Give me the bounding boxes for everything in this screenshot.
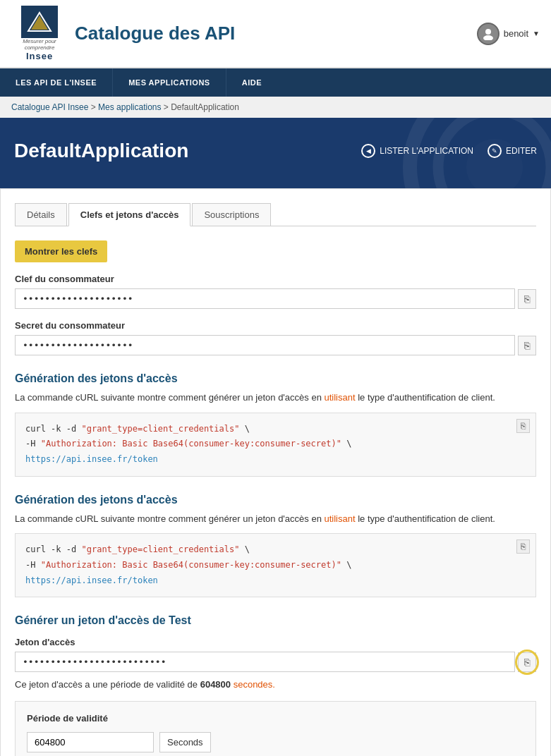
logo-tagline: Mesurer pour comprendre [11,38,68,51]
edit-btn-label: EDITER [506,146,537,156]
code-line-2-1: curl -k -d "grant_type=client_credential… [25,542,507,558]
consumer-secret-field: Secret du consommateur ⎘ [15,320,536,355]
list-icon: ◀ [361,144,375,158]
tab-details[interactable]: Détails [15,203,67,226]
tab-souscriptions[interactable]: Souscriptions [192,203,271,226]
user-dropdown-icon: ▼ [533,30,540,37]
consumer-key-field: Clef du consommateur ⎘ [15,274,536,309]
show-keys-button[interactable]: Montrer les clefs [15,240,107,262]
gen-desc-generer-2: générer [209,513,241,524]
generation-section-1: Génération des jetons d'accès La command… [15,372,536,477]
gen-title-2: Génération des jetons d'accès [15,494,536,506]
token-section-title: Générer un jeton d'accès de Test [15,614,536,627]
code-block-2: ⎘ curl -k -d "grant_type=client_credenti… [15,533,536,597]
validity-text: Ce jeton d'accès a une période de validi… [15,679,536,690]
main-content: Détails Clefs et jetons d'accès Souscrip… [0,188,551,756]
code-copy-btn-1[interactable]: ⎘ [516,419,530,433]
user-menu[interactable]: benoit ▼ [477,23,540,45]
edit-icon: ✎ [488,144,502,158]
gen-desc-link-1[interactable]: utilisant [324,392,355,403]
logo-name: Insee [26,51,53,61]
validity-pre: Ce jeton d'accès a une période de validi… [15,679,200,690]
nav-item-aide[interactable]: AIDE [226,68,277,97]
tabs-container: Détails Clefs et jetons d'accès Souscrip… [15,203,536,226]
code-line-1-3: https://api.insee.fr/token [25,452,507,468]
nav-item-les-api[interactable]: LES API DE L'INSEE [0,68,113,97]
code-line-2-2: -H "Authorization: Basic Base64(consumer… [25,558,507,573]
validity-value: 604800 [200,679,231,690]
code-line-2-3: https://api.insee.fr/token [25,573,507,589]
consumer-secret-copy-btn[interactable]: ⎘ [518,336,536,355]
access-token-field: Jeton d'accès ⎘ [15,637,536,672]
consumer-key-input[interactable] [15,288,515,309]
list-app-button[interactable]: ◀ LISTER L'APPLICATION [361,144,473,158]
app-action-buttons: ◀ LISTER L'APPLICATION ✎ EDITER [361,144,537,158]
logo-box [21,6,58,38]
consumer-secret-input[interactable] [15,335,515,355]
period-box: Période de validité Seconds Régénérer [15,701,536,756]
consumer-key-row: ⎘ [15,288,536,309]
period-unit-label: Seconds [159,732,211,752]
consumer-secret-label: Secret du consommateur [15,320,536,331]
header-title: Catalogue des API [75,23,235,44]
copy-icon-token: ⎘ [524,657,530,668]
code-line-1-2: -H "Authorization: Basic Base64(consumer… [25,437,507,452]
nav-item-mes-applications[interactable]: MES APPLICATIONS [113,68,226,97]
breadcrumb-sep-2: > [164,102,171,112]
access-token-label: Jeton d'accès [15,637,536,647]
period-input-row: Seconds [27,732,524,752]
gen-desc-curl-2: cURL [75,513,98,524]
code-line-1-1: curl -k -d "grant_type=client_credential… [25,422,507,437]
token-section: Générer un jeton d'accès de Test Jeton d… [15,614,536,756]
gen-desc-generer-1: générer [209,392,241,403]
validity-seconds-link[interactable]: secondes. [231,679,275,690]
logo-svg [25,10,54,34]
breadcrumb: Catalogue API Insee > Mes applications >… [0,97,551,118]
consumer-secret-row: ⎘ [15,335,536,355]
breadcrumb-link-catalogue[interactable]: Catalogue API Insee [11,102,88,112]
svg-point-4 [483,35,493,40]
copy-icon-2: ⎘ [524,340,530,351]
logo-container: Mesurer pour comprendre Insee [11,6,68,61]
gen-desc-1: La commande cURL suivante montre comment… [15,391,536,406]
breadcrumb-sep-1: > [91,102,98,112]
consumer-key-label: Clef du consommateur [15,274,536,284]
app-header-banner: DefaultApplication ◀ LISTER L'APPLICATIO… [0,118,551,188]
gen-desc-2: La commande cURL suivante montre comment… [15,512,536,527]
user-avatar [477,23,499,45]
breadcrumb-current: DefaultApplication [171,102,239,112]
breadcrumb-link-mes-applications[interactable]: Mes applications [98,102,161,112]
svg-point-3 [485,29,491,35]
code-block-1: ⎘ curl -k -d "grant_type=client_credenti… [15,413,536,477]
edit-app-button[interactable]: ✎ EDITER [488,144,537,158]
period-label: Période de validité [27,713,524,724]
app-title: DefaultApplication [14,140,188,162]
copy-icon-1: ⎘ [524,293,530,305]
user-name: benoit [504,28,528,39]
tab-clefs[interactable]: Clefs et jetons d'accès [68,203,191,226]
user-icon [482,28,495,40]
list-btn-label: LISTER L'APPLICATION [380,146,473,156]
code-copy-btn-2[interactable]: ⎘ [516,539,530,554]
consumer-key-copy-btn[interactable]: ⎘ [518,289,536,309]
generation-section-2: Génération des jetons d'accès La command… [15,494,536,598]
access-token-row: ⎘ [15,652,536,672]
access-token-input[interactable] [15,652,515,672]
gen-desc-curl-1: cURL [75,392,98,403]
gen-title-1: Génération des jetons d'accès [15,372,536,385]
access-token-copy-btn[interactable]: ⎘ [518,652,536,672]
main-nav: LES API DE L'INSEE MES APPLICATIONS AIDE [0,68,551,97]
header: Mesurer pour comprendre Insee Catalogue … [0,0,551,68]
header-left: Mesurer pour comprendre Insee Catalogue … [11,6,235,61]
period-value-input[interactable] [27,732,154,752]
gen-desc-link-2[interactable]: utilisant [324,513,355,524]
